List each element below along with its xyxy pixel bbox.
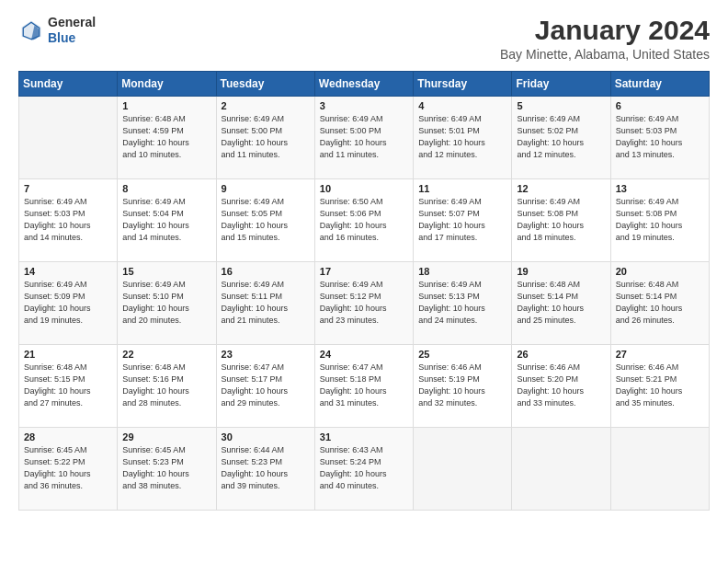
calendar-cell: 30Sunrise: 6:44 AM Sunset: 5:23 PM Dayli… bbox=[216, 428, 314, 511]
calendar-week-row: 28Sunrise: 6:45 AM Sunset: 5:22 PM Dayli… bbox=[19, 428, 710, 511]
calendar-cell: 23Sunrise: 6:47 AM Sunset: 5:17 PM Dayli… bbox=[216, 345, 314, 428]
day-info: Sunrise: 6:46 AM Sunset: 5:21 PM Dayligh… bbox=[616, 362, 704, 409]
day-number: 5 bbox=[517, 100, 605, 111]
day-number: 13 bbox=[616, 183, 704, 194]
day-number: 14 bbox=[24, 266, 112, 277]
calendar-header-monday: Monday bbox=[118, 72, 216, 97]
calendar-cell: 24Sunrise: 6:47 AM Sunset: 5:18 PM Dayli… bbox=[314, 345, 413, 428]
day-info: Sunrise: 6:49 AM Sunset: 5:01 PM Dayligh… bbox=[418, 113, 506, 161]
calendar-week-row: 14Sunrise: 6:49 AM Sunset: 5:09 PM Dayli… bbox=[19, 262, 710, 345]
calendar-header-tuesday: Tuesday bbox=[216, 72, 314, 97]
calendar-cell: 8Sunrise: 6:49 AM Sunset: 5:04 PM Daylig… bbox=[118, 179, 216, 262]
day-number: 2 bbox=[222, 100, 310, 111]
calendar-header-thursday: Thursday bbox=[414, 72, 512, 97]
day-number: 8 bbox=[122, 183, 210, 194]
day-info: Sunrise: 6:49 AM Sunset: 5:08 PM Dayligh… bbox=[616, 196, 704, 244]
title-block: January 2024 Bay Minette, Alabama, Unite… bbox=[500, 15, 710, 62]
calendar-week-row: 21Sunrise: 6:48 AM Sunset: 5:15 PM Dayli… bbox=[19, 345, 710, 428]
calendar-cell: 21Sunrise: 6:48 AM Sunset: 5:15 PM Dayli… bbox=[19, 345, 118, 428]
calendar-cell: 1Sunrise: 6:48 AM Sunset: 4:59 PM Daylig… bbox=[118, 97, 216, 179]
logo: General Blue bbox=[18, 15, 96, 46]
day-info: Sunrise: 6:45 AM Sunset: 5:22 PM Dayligh… bbox=[24, 444, 112, 492]
calendar-cell: 29Sunrise: 6:45 AM Sunset: 5:23 PM Dayli… bbox=[118, 428, 216, 511]
day-info: Sunrise: 6:47 AM Sunset: 5:18 PM Dayligh… bbox=[320, 362, 408, 409]
calendar-cell: 7Sunrise: 6:49 AM Sunset: 5:03 PM Daylig… bbox=[19, 179, 118, 262]
calendar-cell: 17Sunrise: 6:49 AM Sunset: 5:12 PM Dayli… bbox=[314, 262, 413, 345]
calendar-cell: 12Sunrise: 6:49 AM Sunset: 5:08 PM Dayli… bbox=[512, 179, 610, 262]
day-info: Sunrise: 6:49 AM Sunset: 5:00 PM Dayligh… bbox=[222, 113, 310, 161]
day-info: Sunrise: 6:45 AM Sunset: 5:23 PM Dayligh… bbox=[122, 444, 210, 492]
day-info: Sunrise: 6:48 AM Sunset: 5:15 PM Dayligh… bbox=[24, 362, 112, 409]
day-number: 1 bbox=[122, 100, 210, 111]
calendar-cell: 15Sunrise: 6:49 AM Sunset: 5:10 PM Dayli… bbox=[118, 262, 216, 345]
day-number: 17 bbox=[320, 266, 408, 277]
day-info: Sunrise: 6:49 AM Sunset: 5:00 PM Dayligh… bbox=[320, 113, 408, 161]
day-number: 4 bbox=[418, 100, 506, 111]
calendar-header-saturday: Saturday bbox=[610, 72, 709, 97]
day-number: 19 bbox=[517, 266, 605, 277]
day-info: Sunrise: 6:46 AM Sunset: 5:20 PM Dayligh… bbox=[517, 362, 605, 409]
calendar-table: SundayMondayTuesdayWednesdayThursdayFrid… bbox=[18, 71, 710, 511]
calendar-cell bbox=[414, 428, 512, 511]
calendar-cell: 2Sunrise: 6:49 AM Sunset: 5:00 PM Daylig… bbox=[216, 97, 314, 179]
day-number: 3 bbox=[320, 100, 408, 111]
logo-line1: General bbox=[48, 15, 96, 30]
calendar-cell: 19Sunrise: 6:48 AM Sunset: 5:14 PM Dayli… bbox=[512, 262, 610, 345]
calendar-cell: 16Sunrise: 6:49 AM Sunset: 5:11 PM Dayli… bbox=[216, 262, 314, 345]
day-number: 16 bbox=[222, 266, 310, 277]
day-info: Sunrise: 6:47 AM Sunset: 5:17 PM Dayligh… bbox=[222, 362, 310, 409]
day-number: 24 bbox=[320, 349, 408, 360]
page: General Blue January 2024 Bay Minette, A… bbox=[0, 0, 728, 563]
calendar-header-wednesday: Wednesday bbox=[314, 72, 413, 97]
day-number: 25 bbox=[418, 349, 506, 360]
day-number: 12 bbox=[517, 183, 605, 194]
calendar-cell: 5Sunrise: 6:49 AM Sunset: 5:02 PM Daylig… bbox=[512, 97, 610, 179]
day-number: 31 bbox=[320, 431, 408, 442]
day-number: 29 bbox=[122, 431, 210, 442]
day-number: 7 bbox=[24, 183, 112, 194]
calendar-cell: 25Sunrise: 6:46 AM Sunset: 5:19 PM Dayli… bbox=[414, 345, 512, 428]
calendar-header-row: SundayMondayTuesdayWednesdayThursdayFrid… bbox=[19, 72, 710, 97]
day-number: 27 bbox=[616, 349, 704, 360]
day-number: 21 bbox=[24, 349, 112, 360]
day-number: 22 bbox=[122, 349, 210, 360]
calendar-cell bbox=[19, 97, 118, 179]
day-number: 18 bbox=[418, 266, 506, 277]
calendar-week-row: 7Sunrise: 6:49 AM Sunset: 5:03 PM Daylig… bbox=[19, 179, 710, 262]
calendar-week-row: 1Sunrise: 6:48 AM Sunset: 4:59 PM Daylig… bbox=[19, 97, 710, 179]
subtitle: Bay Minette, Alabama, United States bbox=[500, 47, 710, 62]
day-info: Sunrise: 6:44 AM Sunset: 5:23 PM Dayligh… bbox=[222, 444, 310, 492]
day-number: 11 bbox=[418, 183, 506, 194]
logo-line2: Blue bbox=[48, 30, 96, 46]
day-info: Sunrise: 6:49 AM Sunset: 5:03 PM Dayligh… bbox=[616, 113, 704, 161]
calendar-cell: 27Sunrise: 6:46 AM Sunset: 5:21 PM Dayli… bbox=[610, 345, 709, 428]
calendar-cell: 22Sunrise: 6:48 AM Sunset: 5:16 PM Dayli… bbox=[118, 345, 216, 428]
day-info: Sunrise: 6:49 AM Sunset: 5:03 PM Dayligh… bbox=[24, 196, 112, 244]
calendar-cell bbox=[610, 428, 709, 511]
calendar-cell: 14Sunrise: 6:49 AM Sunset: 5:09 PM Dayli… bbox=[19, 262, 118, 345]
day-info: Sunrise: 6:43 AM Sunset: 5:24 PM Dayligh… bbox=[320, 444, 408, 492]
day-info: Sunrise: 6:49 AM Sunset: 5:09 PM Dayligh… bbox=[24, 279, 112, 327]
calendar-cell: 31Sunrise: 6:43 AM Sunset: 5:24 PM Dayli… bbox=[314, 428, 413, 511]
calendar-cell: 9Sunrise: 6:49 AM Sunset: 5:05 PM Daylig… bbox=[216, 179, 314, 262]
day-number: 9 bbox=[222, 183, 310, 194]
calendar-cell: 28Sunrise: 6:45 AM Sunset: 5:22 PM Dayli… bbox=[19, 428, 118, 511]
day-number: 26 bbox=[517, 349, 605, 360]
day-info: Sunrise: 6:49 AM Sunset: 5:07 PM Dayligh… bbox=[418, 196, 506, 244]
calendar-cell: 26Sunrise: 6:46 AM Sunset: 5:20 PM Dayli… bbox=[512, 345, 610, 428]
calendar-cell: 13Sunrise: 6:49 AM Sunset: 5:08 PM Dayli… bbox=[610, 179, 709, 262]
header: General Blue January 2024 Bay Minette, A… bbox=[18, 15, 710, 62]
day-info: Sunrise: 6:49 AM Sunset: 5:05 PM Dayligh… bbox=[222, 196, 310, 244]
calendar-cell: 6Sunrise: 6:49 AM Sunset: 5:03 PM Daylig… bbox=[610, 97, 709, 179]
day-number: 23 bbox=[222, 349, 310, 360]
calendar-cell: 4Sunrise: 6:49 AM Sunset: 5:01 PM Daylig… bbox=[414, 97, 512, 179]
calendar-cell bbox=[512, 428, 610, 511]
day-info: Sunrise: 6:49 AM Sunset: 5:12 PM Dayligh… bbox=[320, 279, 408, 327]
day-info: Sunrise: 6:46 AM Sunset: 5:19 PM Dayligh… bbox=[418, 362, 506, 409]
logo-text: General Blue bbox=[48, 15, 96, 46]
day-info: Sunrise: 6:49 AM Sunset: 5:11 PM Dayligh… bbox=[222, 279, 310, 327]
day-number: 30 bbox=[222, 431, 310, 442]
day-info: Sunrise: 6:48 AM Sunset: 5:14 PM Dayligh… bbox=[616, 279, 704, 327]
day-info: Sunrise: 6:49 AM Sunset: 5:10 PM Dayligh… bbox=[122, 279, 210, 327]
day-info: Sunrise: 6:48 AM Sunset: 5:16 PM Dayligh… bbox=[122, 362, 210, 409]
